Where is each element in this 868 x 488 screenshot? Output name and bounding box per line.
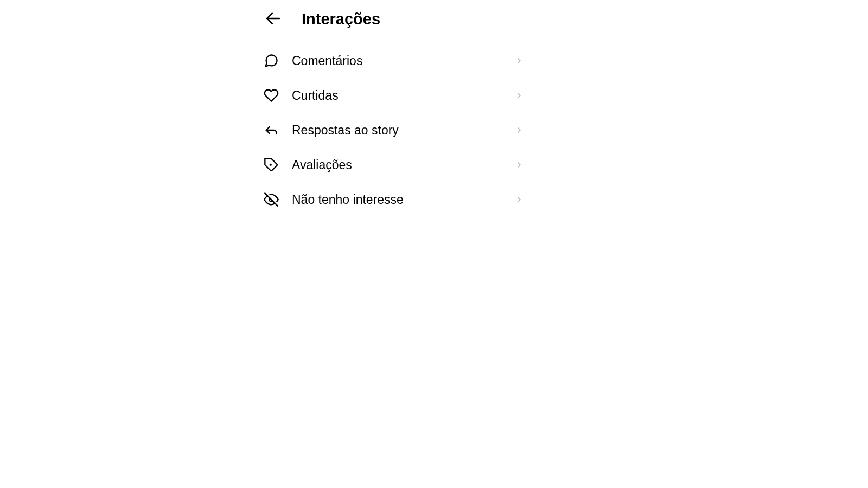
- heart-icon: [264, 88, 279, 103]
- menu-item-likes[interactable]: Curtidas: [264, 78, 524, 113]
- chevron-right-icon: [514, 125, 524, 135]
- comment-icon: [264, 53, 279, 68]
- menu-item-comments[interactable]: Comentários: [264, 43, 524, 78]
- menu-item-not-interested[interactable]: Não tenho interesse: [264, 182, 524, 217]
- chevron-right-icon: [514, 56, 524, 66]
- tag-star-icon: [264, 157, 279, 172]
- arrow-left-icon: [264, 10, 282, 29]
- eye-off-icon: [264, 192, 279, 207]
- svg-marker-1: [269, 164, 272, 166]
- chevron-right-icon: [514, 160, 524, 170]
- menu-item-label: Avaliações: [292, 158, 514, 172]
- header: Interações: [264, 10, 524, 43]
- menu-item-label: Não tenho interesse: [292, 192, 514, 207]
- chevron-right-icon: [514, 195, 524, 204]
- back-button[interactable]: [264, 10, 282, 28]
- menu-item-story-replies[interactable]: Respostas ao story: [264, 113, 524, 147]
- menu-item-label: Respostas ao story: [292, 123, 514, 138]
- menu-list: Comentários Curtidas: [264, 43, 524, 217]
- page-title: Interações: [302, 10, 380, 28]
- menu-item-label: Comentários: [292, 54, 514, 68]
- reply-icon: [264, 123, 279, 138]
- menu-item-reviews[interactable]: Avaliações: [264, 147, 524, 182]
- menu-item-label: Curtidas: [292, 88, 514, 103]
- chevron-right-icon: [514, 91, 524, 100]
